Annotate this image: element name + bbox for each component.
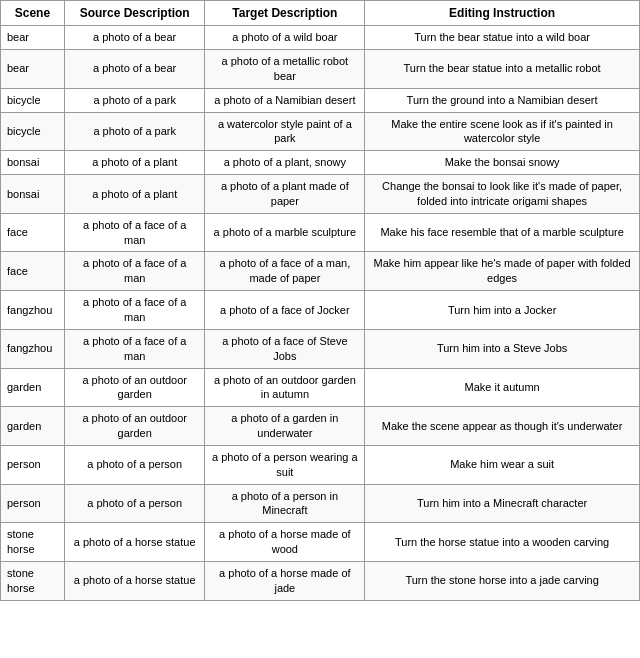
cell-target: a photo of a face of Steve Jobs bbox=[205, 329, 365, 368]
cell-instruction: Turn the bear statue into a wild boar bbox=[365, 26, 640, 50]
cell-instruction: Turn him into a Minecraft character bbox=[365, 484, 640, 523]
cell-instruction: Make his face resemble that of a marble … bbox=[365, 213, 640, 252]
cell-target: a photo of a plant, snowy bbox=[205, 151, 365, 175]
cell-scene: stone horse bbox=[1, 523, 65, 562]
cell-source: a photo of a face of a man bbox=[64, 213, 205, 252]
cell-scene: bicycle bbox=[1, 88, 65, 112]
cell-instruction: Make the scene appear as though it's und… bbox=[365, 407, 640, 446]
table-row: beara photo of a beara photo of a wild b… bbox=[1, 26, 640, 50]
data-table: Scene Source Description Target Descript… bbox=[0, 0, 640, 601]
cell-scene: person bbox=[1, 484, 65, 523]
table-row: gardena photo of an outdoor gardena phot… bbox=[1, 407, 640, 446]
cell-scene: face bbox=[1, 252, 65, 291]
table-row: bonsaia photo of a planta photo of a pla… bbox=[1, 175, 640, 214]
header-instruction: Editing Instruction bbox=[365, 1, 640, 26]
table-row: facea photo of a face of a mana photo of… bbox=[1, 213, 640, 252]
cell-scene: fangzhou bbox=[1, 291, 65, 330]
cell-source: a photo of a person bbox=[64, 445, 205, 484]
cell-scene: bonsai bbox=[1, 175, 65, 214]
cell-source: a photo of a bear bbox=[64, 50, 205, 89]
table-row: facea photo of a face of a mana photo of… bbox=[1, 252, 640, 291]
cell-instruction: Turn the horse statue into a wooden carv… bbox=[365, 523, 640, 562]
cell-instruction: Make it autumn bbox=[365, 368, 640, 407]
cell-target: a photo of an outdoor garden in autumn bbox=[205, 368, 365, 407]
cell-instruction: Turn the stone horse into a jade carving bbox=[365, 561, 640, 600]
cell-scene: face bbox=[1, 213, 65, 252]
cell-target: a photo of a face of a man, made of pape… bbox=[205, 252, 365, 291]
cell-target: a photo of a person in Minecraft bbox=[205, 484, 365, 523]
cell-source: a photo of an outdoor garden bbox=[64, 368, 205, 407]
table-row: persona photo of a persona photo of a pe… bbox=[1, 484, 640, 523]
cell-instruction: Make the bonsai snowy bbox=[365, 151, 640, 175]
cell-source: a photo of a horse statue bbox=[64, 561, 205, 600]
cell-scene: bonsai bbox=[1, 151, 65, 175]
cell-source: a photo of an outdoor garden bbox=[64, 407, 205, 446]
cell-source: a photo of a horse statue bbox=[64, 523, 205, 562]
cell-scene: stone horse bbox=[1, 561, 65, 600]
cell-scene: bear bbox=[1, 26, 65, 50]
cell-instruction: Change the bonsai to look like it's made… bbox=[365, 175, 640, 214]
cell-target: a photo of a Namibian desert bbox=[205, 88, 365, 112]
table-row: bicyclea photo of a parka watercolor sty… bbox=[1, 112, 640, 151]
table-row: stone horsea photo of a horse statuea ph… bbox=[1, 523, 640, 562]
cell-target: a watercolor style paint of a park bbox=[205, 112, 365, 151]
cell-scene: bicycle bbox=[1, 112, 65, 151]
cell-instruction: Make the entire scene look as if it's pa… bbox=[365, 112, 640, 151]
cell-scene: garden bbox=[1, 407, 65, 446]
table-row: stone horsea photo of a horse statuea ph… bbox=[1, 561, 640, 600]
header-target: Target Description bbox=[205, 1, 365, 26]
cell-instruction: Make him wear a suit bbox=[365, 445, 640, 484]
cell-instruction: Make him appear like he's made of paper … bbox=[365, 252, 640, 291]
cell-target: a photo of a face of Jocker bbox=[205, 291, 365, 330]
cell-source: a photo of a park bbox=[64, 88, 205, 112]
table-row: fangzhoua photo of a face of a mana phot… bbox=[1, 291, 640, 330]
cell-source: a photo of a person bbox=[64, 484, 205, 523]
cell-instruction: Turn the ground into a Namibian desert bbox=[365, 88, 640, 112]
cell-target: a photo of a metallic robot bear bbox=[205, 50, 365, 89]
table-row: bonsaia photo of a planta photo of a pla… bbox=[1, 151, 640, 175]
cell-target: a photo of a marble sculpture bbox=[205, 213, 365, 252]
cell-scene: garden bbox=[1, 368, 65, 407]
table-row: gardena photo of an outdoor gardena phot… bbox=[1, 368, 640, 407]
cell-source: a photo of a face of a man bbox=[64, 252, 205, 291]
header-scene: Scene bbox=[1, 1, 65, 26]
cell-target: a photo of a horse made of wood bbox=[205, 523, 365, 562]
cell-source: a photo of a plant bbox=[64, 151, 205, 175]
table-row: fangzhoua photo of a face of a mana phot… bbox=[1, 329, 640, 368]
cell-source: a photo of a plant bbox=[64, 175, 205, 214]
cell-scene: bear bbox=[1, 50, 65, 89]
table-row: beara photo of a beara photo of a metall… bbox=[1, 50, 640, 89]
header-source: Source Description bbox=[64, 1, 205, 26]
cell-instruction: Turn him into a Jocker bbox=[365, 291, 640, 330]
cell-target: a photo of a plant made of paper bbox=[205, 175, 365, 214]
cell-scene: fangzhou bbox=[1, 329, 65, 368]
cell-target: a photo of a garden in underwater bbox=[205, 407, 365, 446]
cell-source: a photo of a face of a man bbox=[64, 291, 205, 330]
cell-scene: person bbox=[1, 445, 65, 484]
cell-target: a photo of a person wearing a suit bbox=[205, 445, 365, 484]
cell-instruction: Turn the bear statue into a metallic rob… bbox=[365, 50, 640, 89]
table-row: persona photo of a persona photo of a pe… bbox=[1, 445, 640, 484]
cell-target: a photo of a horse made of jade bbox=[205, 561, 365, 600]
cell-instruction: Turn him into a Steve Jobs bbox=[365, 329, 640, 368]
table-row: bicyclea photo of a parka photo of a Nam… bbox=[1, 88, 640, 112]
cell-source: a photo of a park bbox=[64, 112, 205, 151]
cell-source: a photo of a bear bbox=[64, 26, 205, 50]
cell-source: a photo of a face of a man bbox=[64, 329, 205, 368]
cell-target: a photo of a wild boar bbox=[205, 26, 365, 50]
